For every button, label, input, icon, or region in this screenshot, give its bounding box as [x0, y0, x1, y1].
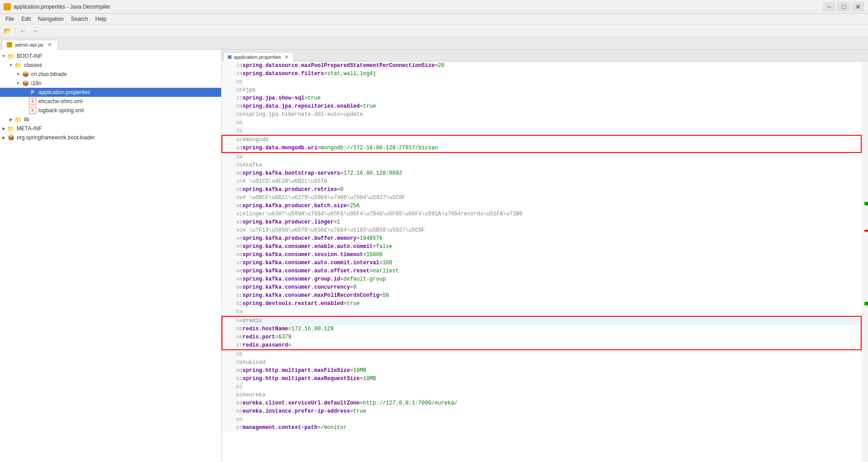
code-line[interactable]: # \u7F13\u5858\u6570\u636E\u7684\u5185\u… [242, 226, 861, 234]
line-number: 47 [222, 259, 242, 267]
code-line[interactable]: spring.kafka.consumer.auto.commit.interv… [242, 259, 861, 267]
close-button[interactable]: ✕ [852, 2, 864, 11]
back-button[interactable]: ← [18, 26, 28, 36]
tree-toggle[interactable]: ▼ [7, 62, 14, 69]
code-line[interactable]: #spring.jpa.hibernate.ddl-auto=update [242, 110, 861, 119]
code-line[interactable]: spring.http.multipart.maxRequestSize=10M… [242, 375, 861, 383]
tree-item-lib[interactable]: ▶📁lib [0, 115, 221, 124]
menu-file[interactable]: File [2, 14, 18, 24]
prop-key: spring.data.jpa.repositories.enabled [243, 103, 360, 110]
code-line[interactable] [242, 350, 861, 358]
code-line[interactable]: spring.devtools.restart.enabled=true [242, 300, 861, 308]
code-line[interactable]: spring.data.jpa.repositories.enabled=tru… [242, 102, 861, 110]
code-line[interactable]: spring.kafka.producer.linger=1 [242, 218, 861, 226]
code-line[interactable]: spring.kafka.consumer.maxPollRecordsConf… [242, 291, 861, 300]
props-tab-close[interactable]: ✕ [283, 54, 290, 60]
minimize-button[interactable]: − [823, 2, 835, 11]
table-row: 38spring.kafka.producer.retries=0 [222, 186, 861, 194]
code-line[interactable]: redis.hostName=172.16.80.128 [242, 325, 861, 333]
tree-toggle[interactable]: ▶ [0, 125, 7, 132]
menu-help[interactable]: Help [92, 14, 110, 24]
code-line[interactable]: spring.http.multipart.maxFileSize=10MB [242, 367, 861, 375]
table-row: 41#linger\u6307\u589A\u7684\u65F6\u95F4\… [222, 210, 861, 218]
tree-item-i18n[interactable]: ▼📦i18n [0, 79, 221, 88]
menu-navigation[interactable]: Navigation [34, 14, 67, 24]
forward-button[interactable]: → [29, 26, 40, 36]
prop-key: spring.kafka.consumer.auto.offset.reset [243, 268, 370, 274]
code-line[interactable]: spring.kafka.bootstrap-servers=172.16.80… [242, 169, 861, 177]
tree-toggle[interactable]: ▶ [0, 134, 7, 141]
code-line[interactable]: spring.datasource.maxPoolPreparedStateme… [242, 62, 861, 70]
prop-key: spring.devtools.restart.enabled [243, 300, 344, 307]
code-line[interactable]: spring.kafka.consumer.enable.auto.commit… [242, 243, 861, 251]
comment-text: # \u7F13\u5858\u6570\u636E\u7684\u5185\u… [243, 227, 425, 233]
code-line[interactable] [242, 78, 861, 86]
line-number: 37 [222, 177, 242, 186]
maximize-button[interactable]: □ [837, 2, 850, 11]
prop-value: default-group [344, 276, 386, 282]
code-line[interactable] [242, 152, 861, 161]
tree-item-spring-loader[interactable]: ▶📦org.springframework.boot.loader [0, 133, 221, 142]
code-line[interactable] [242, 383, 861, 391]
code-line[interactable]: redis.port=6379 [242, 333, 861, 341]
jar-tab-close[interactable]: ✕ [47, 42, 53, 48]
tree-toggle[interactable]: ▶ [7, 116, 14, 123]
code-line[interactable]: eureka.instance.prefer-ip-address=true [242, 407, 861, 415]
tree-item-logback[interactable]: Xlogback-spring.xml [0, 106, 221, 115]
minimap [862, 62, 868, 462]
code-line[interactable] [242, 119, 861, 127]
prop-eq: = [360, 400, 363, 406]
table-row: 48spring.kafka.consumer.auto.offset.rese… [222, 267, 861, 275]
code-line[interactable]: redis.password= [242, 341, 861, 350]
menu-search[interactable]: Search [67, 14, 92, 24]
table-row: 50spring.kafka.consumer.concurrency=9 [222, 283, 861, 291]
code-line[interactable]: #redis [242, 316, 861, 325]
code-line[interactable]: # \u6BCF\u6B21\u6279\u5904\u7406\u7684\u… [242, 194, 861, 202]
tree-item-meta-inf[interactable]: ▶📁META-INF [0, 124, 221, 133]
code-line[interactable]: eureka.client.serviceUrl.defaultZone=htt… [242, 399, 861, 407]
code-line[interactable]: spring.kafka.consumer.session.timeout=15… [242, 251, 861, 259]
editor-scroll[interactable]: 23spring.datasource.maxPoolPreparedState… [222, 62, 862, 462]
code-line[interactable]: #linger\u6307\u589A\u7684\u65F6\u95F4\u7… [242, 210, 861, 218]
prop-key: management.context-path [243, 424, 318, 431]
code-line[interactable]: spring.datasource.filters=stat,wall,log4… [242, 70, 861, 78]
code-line[interactable]: #eureka [242, 391, 861, 399]
tree-item-app-props[interactable]: Papplication.properties [0, 88, 221, 97]
tree-item-classes[interactable]: ▼📁classes [0, 61, 221, 70]
menu-edit[interactable]: Edit [18, 14, 34, 24]
jar-tab[interactable]: admin-api.jar ✕ [2, 40, 58, 50]
tree-item-ehcache[interactable]: Xehcache-shiro.xml [0, 97, 221, 106]
line-number: 57 [222, 341, 242, 350]
code-line[interactable]: #mongodb [242, 135, 861, 144]
code-line[interactable]: #kafka [242, 161, 861, 169]
tree-toggle[interactable]: ▼ [14, 71, 22, 78]
code-line[interactable]: spring.kafka.producer.buffer.memory=1048… [242, 234, 861, 243]
tree-toggle[interactable]: ▼ [0, 52, 7, 60]
code-line[interactable] [242, 308, 861, 316]
code-line[interactable]: # \u91CD\u4F20\u6B21\u6570 [242, 177, 861, 186]
code-line[interactable] [242, 127, 861, 135]
properties-tab[interactable]: ▣ application.properties ✕ [223, 52, 294, 62]
code-line[interactable]: spring.kafka.producer.batch.size=256 [242, 202, 861, 210]
prop-key: redis.hostName [243, 326, 288, 332]
code-line[interactable]: spring.kafka.producer.retries=0 [242, 186, 861, 194]
code-line[interactable]: management.context-path=/monitor [242, 424, 861, 432]
tree-item-label: cn.ztuo.bitrade [31, 71, 67, 77]
tree-item-boot-inf[interactable]: ▼📁BOOT-INF [0, 52, 221, 61]
code-line[interactable] [242, 415, 861, 424]
line-number: 54 [222, 316, 242, 325]
code-line[interactable]: #jpa [242, 86, 861, 94]
tree-toggle[interactable]: ▼ [14, 80, 22, 87]
code-line[interactable]: spring.kafka.consumer.concurrency=9 [242, 283, 861, 291]
code-line[interactable]: spring.kafka.consumer.group.id=default-g… [242, 275, 861, 283]
code-line[interactable]: spring.data.mongodb.uri=mongodb://172.16… [242, 144, 861, 152]
code-line[interactable]: #upload [242, 358, 861, 367]
code-line[interactable]: spring.kafka.consumer.auto.offset.reset=… [242, 267, 861, 275]
code-line[interactable]: spring.jpa.show-sql=true [242, 94, 861, 102]
prop-eq: = [360, 103, 363, 110]
line-number: 41 [222, 210, 242, 218]
open-file-button[interactable]: 📂 [2, 26, 13, 36]
tree-item-label: ehcache-shiro.xml [38, 98, 82, 105]
tree-item-cn-ztuo[interactable]: ▼📦cn.ztuo.bitrade [0, 70, 221, 79]
line-number: 44 [222, 234, 242, 243]
